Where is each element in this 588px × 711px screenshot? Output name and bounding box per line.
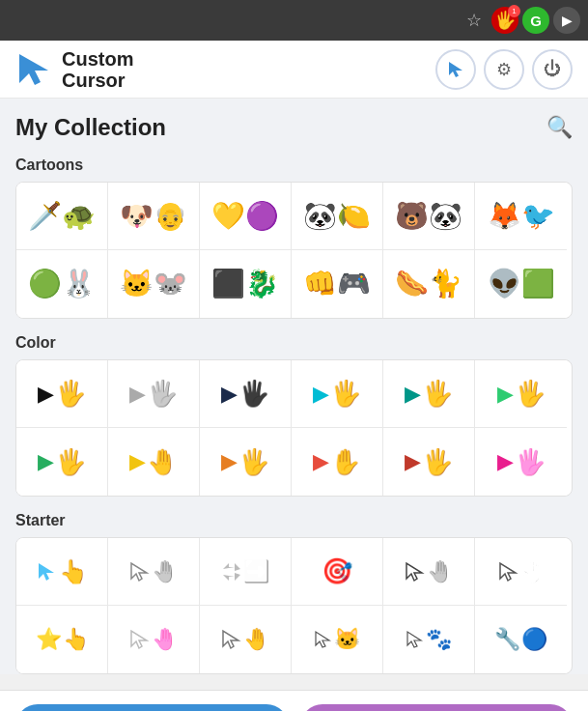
play-extension-icon[interactable]: ▶ bbox=[553, 7, 580, 34]
cursor-cell[interactable]: ▶ 🖐 bbox=[383, 360, 475, 428]
cursor-image: ▶ 🖐 bbox=[497, 379, 546, 409]
logo-icon bbox=[15, 50, 54, 89]
cursor-cell[interactable]: 🐼🍋 bbox=[292, 183, 383, 250]
cursor-image: ▶ 🖐 bbox=[221, 379, 269, 409]
cursor-cell[interactable]: 🤚 bbox=[108, 538, 200, 606]
cursor-cell[interactable]: 🐻🐼 bbox=[383, 183, 475, 250]
svg-marker-9 bbox=[223, 631, 238, 648]
logo-text: Custom Cursor bbox=[62, 48, 133, 91]
cursor-image: ▶ 🖐 bbox=[38, 379, 86, 409]
cursor-cell[interactable]: ▶ 🖐 bbox=[16, 428, 108, 496]
arrow-svg bbox=[406, 630, 425, 649]
cursor-image: ⭐ 👆 bbox=[36, 627, 89, 652]
upload-cursor-button[interactable]: Upload cursor bbox=[300, 704, 574, 711]
cursor-cell[interactable]: ▶ 🖐 bbox=[108, 360, 200, 428]
cursor-cell[interactable]: 👽🟩 bbox=[475, 250, 567, 318]
cursor-image: 🐾 bbox=[406, 627, 452, 652]
cursor-cell[interactable]: ▶ 🖐 bbox=[475, 360, 567, 428]
cursor-cell[interactable]: 🗡️🐢 bbox=[16, 183, 108, 250]
cursor-cell[interactable]: ▶ 🖐 bbox=[475, 428, 567, 496]
cursor-cell[interactable]: 🌭🐈 bbox=[383, 250, 475, 318]
color-title: Color bbox=[15, 334, 573, 352]
starter-title: Starter bbox=[15, 512, 573, 529]
arrow-svg bbox=[498, 561, 519, 583]
cursor-image: 🎯 bbox=[322, 556, 352, 586]
cursor-cell[interactable]: 🐾 bbox=[383, 606, 475, 673]
bookmark-icon[interactable]: ☆ bbox=[461, 7, 488, 34]
svg-marker-6 bbox=[406, 563, 422, 581]
gear-icon: ⚙ bbox=[496, 59, 512, 80]
cursor-cell[interactable]: 🔧 🔵 bbox=[475, 606, 567, 673]
extension-badge: 1 bbox=[508, 5, 520, 17]
cursor-cell[interactable]: 🤚 bbox=[383, 538, 475, 606]
cursor-image: 💛🟣 bbox=[211, 203, 279, 230]
search-button[interactable]: 🔍 bbox=[546, 115, 573, 140]
arrow-svg bbox=[129, 629, 151, 650]
cursor-cell[interactable]: ▶ 🤚 bbox=[108, 428, 200, 496]
cursor-cell[interactable]: ⭐ 👆 bbox=[16, 606, 108, 673]
cursor-cell[interactable]: 🤚 bbox=[200, 606, 292, 673]
cursor-image: ▶ 🖐 bbox=[38, 447, 86, 477]
cursor-cell[interactable]: ▶ 🖐 bbox=[383, 428, 475, 496]
red-extension-icon[interactable]: 🖐 1 bbox=[491, 7, 518, 34]
cursor-cell[interactable]: ▶ 🖐 bbox=[200, 428, 292, 496]
cursor-cell[interactable]: 🟢🐰 bbox=[16, 250, 108, 318]
cursor-cell[interactable]: 🐱 bbox=[292, 606, 383, 673]
power-icon: ⏻ bbox=[544, 59, 561, 79]
cursor-image: 🤚 bbox=[221, 627, 269, 652]
green-extension-icon[interactable]: G bbox=[522, 7, 549, 34]
cursor-image: 🐱 bbox=[314, 627, 360, 652]
cursor-cell[interactable]: ▶ 🖐 bbox=[200, 360, 292, 428]
cursor-cell[interactable]: 🦊🐦 bbox=[475, 183, 567, 250]
cursor-icon-button[interactable] bbox=[435, 49, 476, 90]
cursor-cell[interactable]: ▶ ✋ bbox=[292, 428, 383, 496]
cursor-image: ▶ 🤚 bbox=[129, 447, 178, 477]
cursor-image: ▶ 🖐 bbox=[129, 379, 178, 409]
cursor-cell[interactable]: 👆 bbox=[16, 538, 108, 606]
g-label: G bbox=[530, 13, 542, 29]
bottom-bar: More cursors Upload cursor bbox=[0, 690, 588, 711]
starter-grid: 👆 🤚 ➡️ bbox=[15, 537, 573, 674]
cursor-cell[interactable]: 🐱🐭 bbox=[108, 250, 200, 318]
cursor-cell[interactable]: ➡️ bbox=[200, 538, 292, 606]
settings-button[interactable]: ⚙ bbox=[484, 49, 524, 90]
svg-marker-11 bbox=[407, 632, 421, 647]
page-header: My Collection 🔍 bbox=[15, 114, 573, 141]
cursor-image: 🌭🐈 bbox=[395, 270, 462, 298]
cursor-cell[interactable]: 👊🎮 bbox=[292, 250, 383, 318]
arrow-svg bbox=[314, 630, 333, 649]
app-header: Custom Cursor ⚙ ⏻ bbox=[0, 41, 588, 99]
cursor-image: 👊🎮 bbox=[303, 270, 371, 298]
more-cursors-button[interactable]: More cursors bbox=[15, 704, 289, 711]
cursor-cell[interactable]: 🎯 bbox=[292, 538, 383, 606]
arrow-svg bbox=[221, 629, 242, 650]
cursor-image: ▶ 🖐 bbox=[405, 379, 453, 409]
cartoons-title: Cartoons bbox=[15, 156, 573, 174]
cursor-arrow-icon bbox=[446, 60, 465, 79]
logo-line2: Cursor bbox=[62, 70, 133, 91]
svg-marker-10 bbox=[316, 632, 329, 647]
cursor-cell[interactable]: ▶ 🖐 bbox=[16, 360, 108, 428]
cursor-image: 👽🟩 bbox=[488, 270, 555, 298]
cursor-image: ▶ 🖐 bbox=[221, 447, 269, 477]
cartoons-section: Cartoons 🗡️🐢 🐶👴 💛🟣 🐼🍋 🐻🐼 🦊🐦 bbox=[15, 156, 573, 319]
arrow-svg bbox=[37, 561, 58, 583]
svg-marker-4 bbox=[223, 563, 240, 571]
svg-marker-3 bbox=[131, 563, 147, 581]
arrow-svg bbox=[405, 561, 426, 583]
power-button[interactable]: ⏻ bbox=[532, 49, 573, 90]
cursor-image: ▶ ✋ bbox=[313, 447, 361, 477]
cursor-image: 🐼🍋 bbox=[303, 203, 371, 230]
page-title: My Collection bbox=[15, 114, 166, 141]
cursor-image: 🐻🐼 bbox=[395, 203, 462, 230]
cursor-cell[interactable]: 🤚 bbox=[108, 606, 200, 673]
cursor-cell[interactable]: 💛🟣 bbox=[200, 183, 292, 250]
cursor-cell[interactable]: 🤚 bbox=[475, 538, 567, 606]
cursor-cell[interactable]: 🐶👴 bbox=[108, 183, 200, 250]
cursor-cell[interactable]: ⬛🐉 bbox=[200, 250, 292, 318]
cursor-cell[interactable]: ▶ 🖐 bbox=[292, 360, 383, 428]
cursor-image: 🐶👴 bbox=[120, 203, 187, 230]
cursor-image: ➡️ bbox=[221, 559, 269, 584]
logo-line1: Custom bbox=[62, 48, 133, 70]
cursor-image: 🐱🐭 bbox=[120, 270, 187, 298]
